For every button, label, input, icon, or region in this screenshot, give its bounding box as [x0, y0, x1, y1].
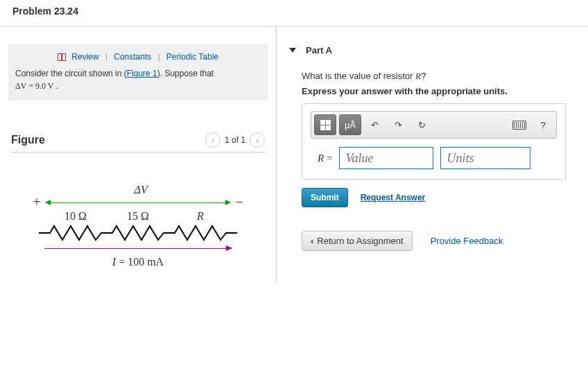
- request-answer-link[interactable]: Request Answer: [361, 193, 426, 202]
- book-icon: [58, 53, 66, 62]
- chevron-left-icon: ‹: [311, 236, 313, 246]
- resistor-3: [169, 224, 232, 242]
- minus-terminal: −: [233, 194, 245, 210]
- constants-link[interactable]: Constants: [114, 52, 151, 62]
- reset-button[interactable]: ↻: [411, 115, 432, 135]
- answer-toolbar: μÅ ↶ ↷ ↻ ?: [311, 111, 557, 139]
- resistor-1: [44, 224, 107, 242]
- collapse-icon[interactable]: [289, 48, 296, 53]
- resistor-3-label: R: [169, 210, 232, 223]
- plus-terminal: +: [31, 194, 43, 210]
- value-input[interactable]: [339, 147, 433, 169]
- redo-button[interactable]: ↷: [388, 115, 408, 135]
- keyboard-icon: [512, 121, 526, 130]
- resistor-2: [107, 224, 169, 242]
- keyboard-button[interactable]: [509, 115, 530, 135]
- periodic-table-link[interactable]: Periodic Table: [166, 52, 218, 62]
- units-input[interactable]: [440, 147, 530, 169]
- problem-prompt: Consider the circuit shown in (Figure 1)…: [15, 67, 261, 92]
- problem-statement-box: Review | Constants | Periodic Table Cons…: [8, 44, 268, 101]
- part-label: Part A: [306, 45, 332, 55]
- answer-instruction: Express your answer with the appropriate…: [302, 86, 578, 96]
- return-to-assignment-button[interactable]: ‹ Return to Assignment: [302, 231, 413, 251]
- submit-button[interactable]: Submit: [302, 188, 348, 207]
- answer-box: μÅ ↶ ↷ ↻ ? R =: [302, 103, 566, 180]
- page-title: Problem 23.24: [0, 0, 588, 27]
- figure-pager-label: 1 of 1: [225, 135, 245, 145]
- figure-prev-button[interactable]: ‹: [205, 132, 220, 148]
- figure-next-button[interactable]: ›: [250, 132, 265, 148]
- help-button[interactable]: ?: [533, 115, 553, 135]
- resistor-1-label: 10 Ω: [44, 210, 107, 223]
- current-arrow: [44, 245, 232, 253]
- resistor-2-label: 15 Ω: [107, 210, 169, 223]
- current-label: I = 100 mA: [31, 256, 245, 268]
- circuit-figure: + ΔV − 10 Ω 15 Ω R: [31, 194, 245, 268]
- figure-heading: Figure: [11, 134, 45, 146]
- templates-button[interactable]: [314, 114, 336, 135]
- figure-link[interactable]: Figure 1: [127, 69, 157, 78]
- review-link[interactable]: Review: [71, 52, 98, 62]
- special-chars-button[interactable]: μÅ: [339, 114, 361, 135]
- question-text: What is the value of resistor R?: [302, 71, 578, 82]
- delta-v-label: ΔV: [135, 184, 148, 196]
- separator: |: [154, 53, 164, 61]
- provide-feedback-link[interactable]: Provide Feedback: [431, 236, 503, 246]
- separator: |: [101, 53, 112, 61]
- undo-button[interactable]: ↶: [364, 115, 385, 135]
- answer-variable: R =: [318, 153, 332, 164]
